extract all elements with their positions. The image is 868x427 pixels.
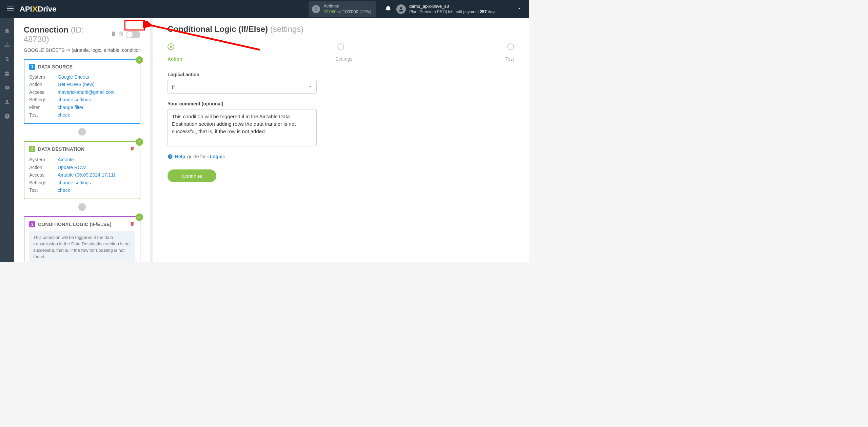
nav-work-icon[interactable] [0,70,14,77]
nav-profile-icon[interactable] [0,99,14,105]
link-system[interactable]: Airtable [58,156,74,163]
user-menu[interactable]: demo_apix-drive_s3 Plan |Premium PRO| le… [396,4,496,15]
svg-rect-0 [7,6,14,6]
select-value: If [172,84,175,90]
svg-rect-1 [7,8,14,9]
nav-rail: ? [0,18,14,262]
actions-current: 22'060 [323,9,337,14]
svg-rect-6 [7,46,8,47]
logo-x: X [32,5,38,14]
avatar-icon [396,4,406,14]
step-label-settings[interactable]: Settings [335,56,353,62]
card-title: DATA SOURCE [38,64,73,69]
gear-icon[interactable] [118,31,124,38]
step-action-dot[interactable] [167,43,174,50]
svg-rect-5 [5,46,6,47]
svg-rect-7 [8,46,9,47]
step-label-test[interactable]: Test [505,56,514,62]
card-data-source[interactable]: 1 DATA SOURCE SystemGoogle Sheets Action… [24,59,140,124]
chevron-down-icon [308,84,312,90]
user-name: demo_apix-drive_s3 [409,4,496,9]
check-icon [136,56,143,64]
nav-video-icon[interactable] [0,85,14,91]
card-conditional-logic[interactable]: 3 CONDITIONAL LOGIC (IF/ELSE) This condi… [24,216,140,262]
help-icon: ? [167,154,173,159]
stepper [167,43,514,50]
bell-icon[interactable] [385,5,392,13]
logical-action-select[interactable]: If [167,80,317,94]
link-filter[interactable]: change filter [58,104,83,111]
card-title: DATA DESTINATION [38,146,84,152]
link-test[interactable]: check [58,111,70,119]
link-access[interactable]: maverickandrii@gmail.com [58,88,115,96]
label-logical-action: Logical action [167,72,514,77]
connection-flow-desc: GOOGLE SHEETS -> (airtable, logic, airta… [24,47,140,53]
panel-title: Conditional Logic (If/Else) (settings) [167,24,514,34]
actions-pct: (22%) [358,9,371,14]
svg-point-3 [400,7,402,9]
logo-drive: Drive [38,5,56,14]
step-label-action[interactable]: Action [167,56,182,62]
svg-text:?: ? [6,114,8,118]
nav-connections-icon[interactable] [0,42,14,48]
actions-max: 100'000 [343,9,358,14]
svg-rect-4 [7,43,8,44]
check-icon [136,138,143,146]
actions-label: Actions: [323,3,371,9]
label-comment: Your comment (optional) [167,101,514,106]
connection-toggle[interactable] [126,31,140,38]
condition-note: This condition will be triggered if the … [29,231,135,262]
nav-billing-icon[interactable] [0,56,14,62]
card-number: 3 [29,221,35,227]
logo[interactable]: APIXDrive [20,5,56,14]
card-number: 2 [29,146,35,152]
settings-panel: Conditional Logic (If/Else) (settings) A… [153,18,529,262]
delete-icon[interactable] [130,221,135,228]
chevron-down-icon[interactable] [517,6,522,13]
comment-textarea[interactable] [167,109,317,146]
svg-point-9 [6,100,8,102]
help-link[interactable]: Help [175,154,185,159]
svg-point-12 [120,33,122,35]
add-step-button[interactable] [78,128,86,136]
add-step-button[interactable] [78,203,86,211]
nav-help-icon[interactable]: ? [0,113,14,119]
delete-icon[interactable] [130,146,135,152]
logo-api: API [20,5,32,14]
card-data-destination[interactable]: 2 DATA DESTINATION SystemAirtable Action… [24,141,140,199]
continue-button[interactable]: Continue [167,169,216,182]
link-system[interactable]: Google Sheets [58,73,89,81]
info-icon: i [312,5,320,13]
doc-icon[interactable] [111,31,116,38]
main: Connection (ID: 48730) GOOGLE SHEETS -> … [14,18,529,262]
link-settings[interactable]: change settings [58,179,91,186]
link-access[interactable]: Airtable (06.09.2024 17:11) [58,171,115,179]
link-settings[interactable]: change settings [58,96,91,103]
hamburger-menu-icon[interactable] [4,3,16,15]
link-test[interactable]: check [58,186,70,194]
connection-panel: Connection (ID: 48730) GOOGLE SHEETS -> … [14,18,150,262]
user-plan: Plan |Premium PRO| left until payment 25… [409,9,496,15]
step-settings-dot[interactable] [337,43,344,50]
actions-counter[interactable]: i Actions: 22'060 of 100'000 (22%) [309,1,376,17]
link-action[interactable]: Get ROWS (new) [58,81,95,88]
link-action[interactable]: Update ROW [58,164,86,171]
step-test-dot[interactable] [507,43,514,50]
svg-rect-2 [7,11,14,11]
check-icon [136,214,143,221]
svg-text:?: ? [169,155,171,158]
card-title: CONDITIONAL LOGIC (IF/ELSE) [38,222,112,227]
nav-home-icon[interactable] [0,28,14,34]
app-header: APIXDrive i Actions: 22'060 of 100'000 (… [0,0,529,18]
page-title: Connection (ID: 48730) [24,25,109,44]
card-number: 1 [29,64,35,70]
